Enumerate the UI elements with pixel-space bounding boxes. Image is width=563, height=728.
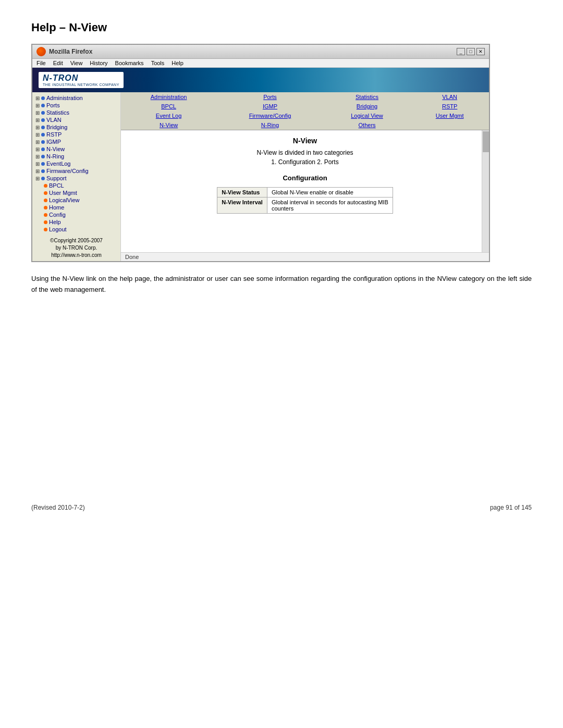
footer-revised: (Revised 2010-7-2) bbox=[31, 504, 85, 511]
table-row: N-View Interval Global interval in secon… bbox=[217, 198, 393, 214]
config-label-interval: N-View Interval bbox=[217, 198, 267, 214]
main-layout: Administration Ports Statistics VLAN Bri… bbox=[32, 92, 489, 261]
nav-link-rstp[interactable]: RSTP bbox=[442, 103, 457, 109]
sidebar-item-rstp[interactable]: RSTP bbox=[34, 131, 118, 138]
sidebar-item-nview[interactable]: N-View bbox=[34, 145, 118, 153]
sidebar-copyright: ©Copyright 2005-2007by N-TRON Corp.http:… bbox=[34, 237, 118, 259]
dot-icon bbox=[41, 96, 45, 100]
menu-tools[interactable]: Tools bbox=[151, 60, 165, 66]
page-footer: (Revised 2010-7-2) page 91 of 145 bbox=[31, 295, 532, 511]
sidebar-label-logout: Logout bbox=[49, 226, 67, 232]
ntron-logo: N-TRON THE INDUSTRIAL NETWORK COMPANY bbox=[39, 72, 124, 88]
sidebar-item-home[interactable]: Home bbox=[34, 204, 118, 211]
nav-link-vlan[interactable]: VLAN bbox=[442, 94, 457, 100]
sidebar-label-eventlog: EventLog bbox=[46, 161, 70, 167]
sidebar-item-administration[interactable]: Administration bbox=[34, 94, 118, 102]
sidebar-item-nring[interactable]: N-Ring bbox=[34, 153, 118, 160]
browser-title: Mozilla Firefox bbox=[49, 48, 92, 55]
sidebar-label-firmware: Firmware/Config bbox=[46, 168, 89, 174]
sidebar-label-config: Config bbox=[49, 212, 66, 218]
nav-link-bridging[interactable]: Bridging bbox=[357, 103, 377, 109]
dot-icon bbox=[41, 147, 45, 151]
sidebar-item-support[interactable]: Support bbox=[34, 175, 118, 182]
sidebar-label-igmp: IGMP bbox=[46, 139, 61, 145]
sidebar-label-statistics: Statistics bbox=[46, 109, 69, 116]
dot-icon bbox=[41, 104, 45, 107]
nav-link-igmp[interactable]: IGMP bbox=[263, 103, 277, 109]
nav-link-usermgmt[interactable]: User Mgmt bbox=[436, 113, 464, 119]
sidebar-label-usermgmt: User Mgmt bbox=[49, 190, 77, 196]
nview-heading: N-View bbox=[129, 137, 481, 145]
nav-link-logicalview[interactable]: Logical View bbox=[351, 113, 383, 119]
page-content-inner: N-View N-View is divided in two categori… bbox=[129, 137, 481, 214]
sidebar-item-statistics[interactable]: Statistics bbox=[34, 109, 118, 116]
menu-bookmarks[interactable]: Bookmarks bbox=[115, 60, 144, 66]
dot-icon bbox=[44, 220, 47, 224]
maximize-button[interactable]: □ bbox=[467, 48, 475, 55]
nav-link-others[interactable]: Others bbox=[359, 122, 376, 128]
minimize-button[interactable]: _ bbox=[457, 48, 465, 55]
config-value-status: Global N-View enable or disable bbox=[267, 188, 393, 198]
content-area: Administration Ports Statistics VLAN BPC… bbox=[121, 92, 489, 261]
sidebar-item-ports[interactable]: Ports bbox=[34, 102, 118, 109]
page-title: Help – N-View bbox=[31, 21, 532, 34]
sidebar-item-eventlog[interactable]: EventLog bbox=[34, 160, 118, 167]
dot-icon bbox=[41, 155, 45, 158]
menu-file[interactable]: File bbox=[36, 60, 46, 66]
config-value-interval: Global interval in seconds for autocasti… bbox=[267, 198, 393, 214]
ntron-logo-sub: THE INDUSTRIAL NETWORK COMPANY bbox=[43, 83, 119, 87]
ntron-header: N-TRON THE INDUSTRIAL NETWORK COMPANY bbox=[32, 68, 489, 92]
sidebar-label-support: Support bbox=[46, 175, 67, 181]
sidebar-item-usermgmt[interactable]: User Mgmt bbox=[34, 189, 118, 196]
dot-icon bbox=[44, 191, 47, 195]
sidebar-item-firmware[interactable]: Firmware/Config bbox=[34, 167, 118, 175]
nav-link-nview[interactable]: N-View bbox=[160, 122, 178, 128]
nav-link-administration[interactable]: Administration bbox=[151, 94, 187, 100]
nav-link-ports[interactable]: Ports bbox=[263, 94, 277, 100]
menu-view[interactable]: View bbox=[70, 60, 83, 66]
close-button[interactable]: ✕ bbox=[476, 48, 485, 55]
titlebar-left: Mozilla Firefox bbox=[36, 47, 92, 56]
dot-icon bbox=[41, 169, 45, 173]
sidebar-item-logicalview[interactable]: LogicalView bbox=[34, 196, 118, 204]
sidebar-label-help: Help bbox=[49, 219, 61, 225]
menu-history[interactable]: History bbox=[90, 60, 107, 66]
menu-edit[interactable]: Edit bbox=[53, 60, 63, 66]
sidebar: Administration Ports Statistics VLAN Bri… bbox=[32, 92, 121, 261]
nav-link-nring[interactable]: N-Ring bbox=[261, 122, 279, 128]
sidebar-item-logout[interactable]: Logout bbox=[34, 226, 118, 233]
sidebar-label-ports: Ports bbox=[46, 102, 60, 108]
nav-link-firmware[interactable]: Firmware/Config bbox=[249, 113, 291, 119]
nview-subtitle: N-View is divided in two categories bbox=[129, 149, 481, 156]
sidebar-label-bridging: Bridging bbox=[46, 124, 67, 130]
sidebar-item-igmp[interactable]: IGMP bbox=[34, 138, 118, 145]
sidebar-label-logicalview: LogicalView bbox=[49, 197, 80, 203]
sidebar-item-config[interactable]: Config bbox=[34, 211, 118, 218]
scroll-thumb[interactable] bbox=[483, 131, 489, 152]
window-controls[interactable]: _ □ ✕ bbox=[457, 48, 485, 55]
nav-link-bpcl[interactable]: BPCL bbox=[161, 103, 176, 109]
sidebar-item-help[interactable]: Help bbox=[34, 218, 118, 226]
browser-titlebar: Mozilla Firefox _ □ ✕ bbox=[32, 45, 489, 59]
dot-icon bbox=[44, 206, 47, 209]
dot-icon bbox=[41, 133, 45, 137]
sidebar-item-vlan[interactable]: VLAN bbox=[34, 116, 118, 124]
nav-link-eventlog[interactable]: Event Log bbox=[156, 113, 182, 119]
sidebar-item-bpcl[interactable]: BPCL bbox=[34, 182, 118, 189]
menu-help[interactable]: Help bbox=[172, 60, 183, 66]
description-text: Using the N-View link on the help page, … bbox=[31, 274, 532, 295]
dot-icon bbox=[41, 140, 45, 144]
firefox-logo-icon bbox=[36, 47, 46, 56]
dot-icon bbox=[44, 213, 47, 217]
table-row: N-View Status Global N-View enable or di… bbox=[217, 188, 393, 198]
scrollbar[interactable] bbox=[482, 130, 489, 252]
sidebar-label-home: Home bbox=[49, 204, 64, 211]
dot-icon bbox=[44, 199, 47, 202]
nav-links-table: Administration Ports Statistics VLAN BPC… bbox=[121, 92, 489, 130]
nav-link-statistics[interactable]: Statistics bbox=[356, 94, 378, 100]
dot-icon bbox=[41, 126, 45, 129]
sidebar-label-vlan: VLAN bbox=[46, 117, 62, 123]
ntron-logo-text: N-TRON bbox=[43, 73, 119, 83]
sidebar-item-bridging[interactable]: Bridging bbox=[34, 124, 118, 131]
sidebar-label-bpcl: BPCL bbox=[49, 182, 64, 189]
